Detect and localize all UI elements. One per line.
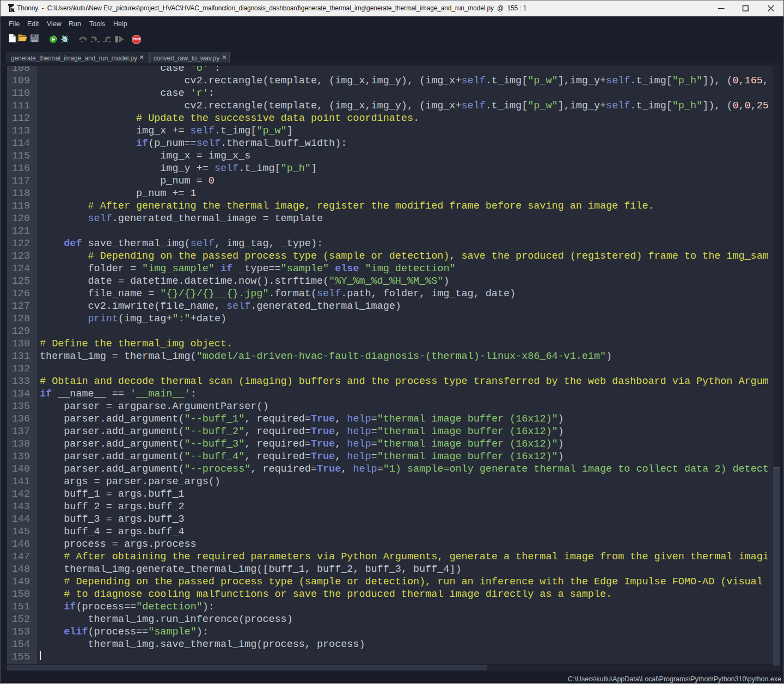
svg-text:STOP: STOP	[133, 38, 141, 41]
